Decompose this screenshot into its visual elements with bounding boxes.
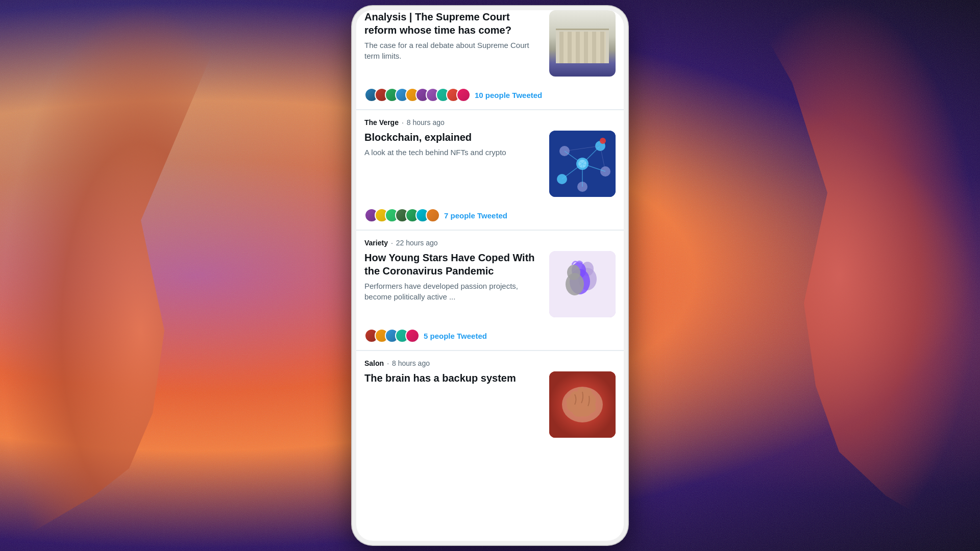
article-text: Analysis | The Supreme Court reform whos…	[364, 10, 543, 61]
avatar-stack	[364, 88, 471, 102]
article-time: 8 hours ago	[407, 118, 445, 127]
article-image	[549, 131, 616, 197]
avatar-stack	[364, 329, 420, 343]
avatar-stack	[364, 208, 440, 222]
article-time: 22 hours ago	[396, 239, 438, 247]
avatar	[426, 208, 440, 222]
svg-point-22	[567, 265, 580, 280]
article-text: How Young Stars Have Coped With the Coro…	[364, 251, 543, 302]
article-text: Blockchain, explained A look at the tech…	[364, 131, 543, 158]
article-card[interactable]: The Verge · 8 hours ago Blockchain, expl…	[356, 110, 624, 230]
blockchain-svg	[549, 131, 616, 197]
scroll-content[interactable]: Analysis | The Supreme Court reform whos…	[356, 10, 624, 444]
article-title: Blockchain, explained	[364, 131, 543, 144]
article-card[interactable]: Analysis | The Supreme Court reform whos…	[356, 10, 624, 110]
avatar	[456, 88, 471, 102]
blockchain-image	[549, 131, 616, 197]
article-card[interactable]: Salon · 8 hours ago The brain has a back…	[356, 351, 624, 438]
article-description: Performers have developed passion projec…	[364, 281, 543, 302]
article-time: 8 hours ago	[392, 359, 430, 367]
stars-image	[549, 251, 616, 317]
phone-frame: Analysis | The Supreme Court reform whos…	[352, 6, 628, 545]
article-body: Analysis | The Supreme Court reform whos…	[364, 10, 616, 77]
article-image	[549, 251, 616, 317]
article-image	[549, 10, 616, 77]
tweeted-count[interactable]: 7 people Tweeted	[444, 211, 507, 220]
tweeted-row[interactable]: 10 people Tweeted	[364, 83, 616, 109]
article-source: The Verge	[364, 118, 399, 127]
tweeted-row[interactable]: 7 people Tweeted	[364, 203, 616, 230]
article-source: Variety	[364, 239, 388, 247]
tweeted-count[interactable]: 5 people Tweeted	[424, 332, 487, 340]
article-title: The brain has a backup system	[364, 371, 543, 385]
article-header: Variety · 22 hours ago	[364, 239, 616, 247]
phone-container: Analysis | The Supreme Court reform whos…	[352, 6, 628, 545]
article-card[interactable]: Variety · 22 hours ago How Young Stars H…	[356, 231, 624, 350]
supreme-court-image	[549, 10, 616, 77]
article-description: A look at the tech behind NFTs and crypt…	[364, 147, 543, 158]
svg-point-15	[600, 138, 606, 144]
article-description: The case for a real debate about Supreme…	[364, 40, 543, 61]
article-dot: ·	[391, 239, 393, 247]
article-title: How Young Stars Have Coped With the Coro…	[364, 251, 543, 278]
article-header: The Verge · 8 hours ago	[364, 118, 616, 127]
salon-image	[549, 371, 616, 438]
stars-svg	[549, 251, 616, 317]
article-text: The brain has a backup system	[364, 371, 543, 388]
phone-screen[interactable]: Analysis | The Supreme Court reform whos…	[356, 10, 624, 541]
article-title: Analysis | The Supreme Court reform whos…	[364, 10, 543, 37]
article-body: The brain has a backup system	[364, 371, 616, 438]
article-dot: ·	[402, 118, 404, 127]
article-body: How Young Stars Have Coped With the Coro…	[364, 251, 616, 317]
article-source: Salon	[364, 359, 384, 367]
article-image	[549, 371, 616, 438]
tweeted-count[interactable]: 10 people Tweeted	[475, 91, 542, 99]
tweeted-row[interactable]: 5 people Tweeted	[364, 323, 616, 350]
article-body: Blockchain, explained A look at the tech…	[364, 131, 616, 197]
article-dot: ·	[387, 359, 389, 367]
avatar	[405, 329, 420, 343]
article-header: Salon · 8 hours ago	[364, 359, 616, 367]
salon-svg	[549, 371, 616, 438]
